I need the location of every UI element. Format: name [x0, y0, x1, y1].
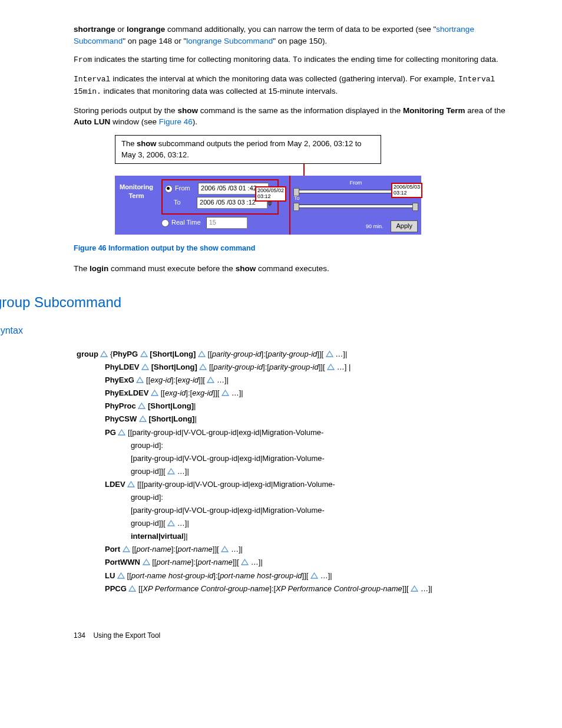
- text: …]|: [318, 571, 332, 580]
- paragraph: The login command must execute before th…: [74, 263, 515, 275]
- param: port-name: [198, 558, 233, 566]
- text: subcommand outputs the period from May 2…: [121, 139, 362, 159]
- text: The: [121, 139, 137, 148]
- svg-marker-22: [311, 573, 318, 578]
- param: parity-group-id: [267, 350, 317, 358]
- triangle-icon: [117, 572, 125, 579]
- text: indicates the starting time for collecti…: [92, 55, 293, 64]
- text: Monitoring Term: [403, 106, 465, 115]
- triangle-icon: [139, 416, 147, 422]
- code-text: To: [293, 55, 302, 64]
- text: group-id]][: [131, 519, 166, 528]
- monitoring-term-panel: Monitoring Term From 2006 /05 /03 01 :42…: [115, 176, 421, 235]
- param: XP Performance Control-group-name: [143, 584, 269, 593]
- triangle-icon: [167, 520, 175, 526]
- kw: PhyExLDEV: [105, 388, 148, 397]
- kw: LDEV: [105, 480, 125, 489]
- triangle-icon: [241, 559, 249, 565]
- text: …]|: [175, 467, 189, 476]
- triangle-icon: [199, 364, 207, 370]
- link-longrange-subcommand[interactable]: longrange Subcommand: [186, 37, 273, 45]
- text: command is the same as the information d…: [198, 106, 403, 115]
- from-tooltip: 2006/05/0203:12: [255, 186, 286, 202]
- footer-title: Using the Export Tool: [93, 631, 160, 640]
- text: Auto LUN: [74, 117, 110, 126]
- svg-marker-15: [128, 482, 134, 487]
- page-number: 134: [74, 631, 85, 640]
- text: " on page 148 or ": [123, 37, 186, 45]
- svg-marker-11: [138, 403, 145, 409]
- svg-marker-20: [242, 559, 248, 565]
- text: …]|: [229, 388, 243, 397]
- paragraph: Interval indicates the interval at which…: [74, 73, 515, 98]
- connector-line: [303, 164, 305, 176]
- page-footer: 134 Using the Export Tool: [74, 631, 527, 641]
- text: ).: [193, 117, 197, 126]
- from-radio[interactable]: [165, 185, 173, 193]
- kw: group: [77, 350, 98, 358]
- svg-marker-6: [328, 364, 334, 370]
- kw: PhyProc: [105, 401, 136, 410]
- param: port-name host-group-id: [220, 571, 302, 580]
- triangle-icon: [136, 377, 144, 383]
- text: The: [74, 264, 90, 273]
- text: [parity-group-id|V-VOL-group-id|exg-id|M…: [131, 454, 325, 463]
- svg-marker-13: [118, 430, 125, 435]
- triangle-icon: [411, 585, 418, 592]
- kw: PPCG: [105, 584, 127, 593]
- duration-label: 90 min.: [366, 223, 384, 229]
- param: parity-group-id: [213, 363, 263, 371]
- text: command additionally, you can narrow the…: [165, 25, 436, 34]
- svg-marker-10: [222, 390, 229, 396]
- text: indicates the ending time for collecting…: [302, 55, 498, 64]
- text: show: [137, 139, 156, 148]
- text: Storing periods output by the: [74, 106, 177, 115]
- text: group-id]:: [131, 493, 163, 502]
- param: exg-id: [165, 388, 186, 397]
- text: …]|: [249, 558, 263, 566]
- param: port-name: [136, 545, 171, 554]
- svg-marker-1: [141, 351, 147, 357]
- kw: [Short|Long]: [148, 414, 194, 423]
- param: parity-group-id: [269, 363, 319, 371]
- panel-label: Monitoring Term: [115, 176, 158, 235]
- realtime-value-field[interactable]: 15: [206, 217, 247, 229]
- text: indicates that monitoring data was colle…: [101, 87, 338, 95]
- triangle-icon: [167, 468, 175, 475]
- svg-marker-8: [207, 377, 214, 383]
- triangle-icon: [143, 559, 150, 565]
- to-tooltip: 2006/05/0303:12: [391, 183, 422, 198]
- param: XP Performance Control-group-name: [276, 584, 402, 593]
- svg-marker-4: [142, 364, 148, 370]
- kw: PhyLDEV: [105, 363, 140, 371]
- kw: internal|virtual: [131, 532, 184, 541]
- text: …]|: [333, 350, 348, 358]
- paragraph: Storing periods output by the show comma…: [74, 105, 515, 128]
- figure-46: The show subcommand outputs the period f…: [115, 135, 515, 235]
- svg-marker-14: [168, 469, 174, 474]
- text: area of the: [465, 106, 505, 115]
- text: group-id]][: [131, 467, 166, 476]
- to-slider[interactable]: [294, 205, 418, 208]
- svg-marker-19: [143, 559, 150, 565]
- svg-marker-0: [101, 351, 107, 357]
- text: window (see: [110, 117, 159, 126]
- realtime-radio[interactable]: [161, 219, 169, 227]
- text: longrange: [127, 25, 165, 34]
- realtime-label: Real Time: [171, 219, 201, 226]
- triangle-icon: [141, 364, 149, 370]
- apply-button[interactable]: Apply: [391, 220, 418, 232]
- svg-marker-7: [137, 377, 143, 383]
- text: …] |: [335, 363, 351, 371]
- param: parity-group-id: [212, 350, 262, 358]
- svg-marker-12: [140, 416, 146, 421]
- text: [[[parity-group-id|V-VOL-group-id|exg-id…: [135, 480, 335, 489]
- triangle-icon: [310, 572, 318, 579]
- link-figure-46[interactable]: Figure 46: [159, 117, 193, 126]
- triangle-icon: [127, 481, 135, 487]
- text: show: [177, 106, 198, 115]
- triangle-icon: [222, 390, 229, 396]
- kw: PhyPG: [113, 350, 138, 358]
- from-label: From: [175, 184, 196, 193]
- triangle-icon: [138, 403, 146, 409]
